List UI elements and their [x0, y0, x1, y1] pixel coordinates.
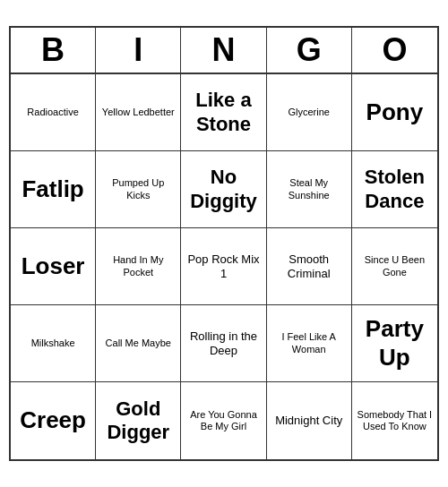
bingo-cell[interactable]: Milkshake [11, 305, 96, 382]
cell-text: Smooth Criminal [271, 252, 348, 280]
cell-text: Steal My Sunshine [271, 177, 348, 201]
cell-text: No Diggity [185, 166, 262, 213]
cell-text: Gold Digger [99, 397, 177, 445]
bingo-cell[interactable]: Rolling in the Deep [181, 305, 266, 382]
bingo-cell[interactable]: No Diggity [181, 151, 266, 228]
bingo-grid: RadioactiveYellow LedbetterLike a StoneG… [11, 74, 437, 459]
cell-text: Hand In My Pocket [99, 254, 177, 278]
cell-text: I Feel Like A Woman [271, 331, 348, 355]
bingo-cell[interactable]: Are You Gonna Be My Girl [181, 382, 266, 459]
cell-text: Somebody That I Used To Know [356, 409, 434, 432]
cell-text: Stolen Dance [356, 166, 434, 213]
bingo-cell[interactable]: Like a Stone [181, 74, 266, 151]
header-letter: N [181, 28, 266, 73]
bingo-cell[interactable]: Since U Been Gone [352, 228, 437, 305]
cell-text: Fatlip [22, 175, 83, 203]
cell-text: Party Up [356, 315, 434, 371]
cell-text: Yellow Ledbetter [102, 107, 175, 118]
bingo-cell[interactable]: Creep [11, 382, 96, 459]
cell-text: Call Me Maybe [106, 337, 171, 349]
bingo-cell[interactable]: Pumped Up Kicks [96, 151, 181, 228]
bingo-cell[interactable]: Stolen Dance [352, 151, 437, 228]
header-letter: B [11, 28, 96, 73]
bingo-cell[interactable]: Radioactive [11, 74, 96, 151]
bingo-cell[interactable]: Loser [11, 228, 96, 305]
bingo-cell[interactable]: Hand In My Pocket [96, 228, 181, 305]
bingo-cell[interactable]: Gold Digger [96, 382, 181, 459]
bingo-card: BINGO RadioactiveYellow LedbetterLike a … [9, 26, 439, 461]
cell-text: Creep [20, 406, 86, 434]
header-letter: I [96, 28, 181, 73]
bingo-cell[interactable]: Somebody That I Used To Know [352, 382, 437, 459]
bingo-cell[interactable]: I Feel Like A Woman [267, 305, 352, 382]
bingo-cell[interactable]: Steal My Sunshine [267, 151, 352, 228]
bingo-cell[interactable]: Smooth Criminal [267, 228, 352, 305]
cell-text: Rolling in the Deep [185, 329, 262, 357]
cell-text: Radioactive [27, 107, 78, 118]
bingo-cell[interactable]: Fatlip [11, 151, 96, 228]
bingo-cell[interactable]: Pony [352, 74, 437, 151]
cell-text: Pony [366, 98, 424, 126]
cell-text: Glycerine [288, 107, 329, 118]
bingo-header: BINGO [11, 28, 437, 74]
cell-text: Pumped Up Kicks [99, 177, 177, 201]
bingo-cell[interactable]: Glycerine [267, 74, 352, 151]
header-letter: G [267, 28, 352, 73]
header-letter: O [352, 28, 437, 73]
cell-text: Pop Rock Mix 1 [185, 252, 262, 280]
cell-text: Milkshake [31, 337, 75, 349]
bingo-cell[interactable]: Midnight City [267, 382, 352, 459]
bingo-cell[interactable]: Yellow Ledbetter [96, 74, 181, 151]
cell-text: Like a Stone [185, 89, 262, 136]
bingo-cell[interactable]: Party Up [352, 305, 437, 382]
cell-text: Loser [22, 252, 85, 280]
cell-text: Are You Gonna Be My Girl [185, 409, 262, 432]
cell-text: Midnight City [275, 414, 342, 428]
cell-text: Since U Been Gone [356, 254, 434, 278]
bingo-cell[interactable]: Pop Rock Mix 1 [181, 228, 266, 305]
bingo-cell[interactable]: Call Me Maybe [96, 305, 181, 382]
